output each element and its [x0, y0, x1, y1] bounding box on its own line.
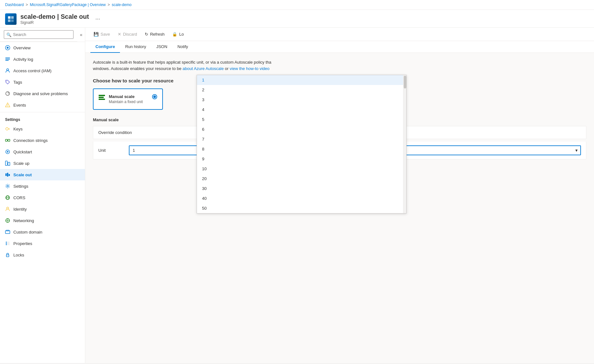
sidebar-label-overview: Overview	[13, 46, 31, 50]
dropdown-scrollbar[interactable]	[403, 75, 406, 213]
radio-dot	[153, 95, 156, 98]
tab-configure[interactable]: Configure	[90, 41, 120, 53]
svg-point-33	[7, 207, 9, 209]
sidebar-item-access-control[interactable]: Access control (IAM)	[0, 65, 85, 76]
sidebar-item-tags[interactable]: Tags	[0, 76, 85, 88]
tab-run-history[interactable]: Run history	[120, 41, 151, 53]
svg-rect-8	[5, 60, 9, 61]
lock-button[interactable]: 🔒 Lo	[169, 30, 187, 38]
sidebar-label-cors: CORS	[13, 195, 25, 200]
dropdown-item-50[interactable]: 50	[197, 203, 403, 213]
manual-scale-subtitle: Maintain a fixed unit	[109, 100, 143, 104]
app-layout: 🔍 « Overview Activity log Access control…	[0, 28, 594, 363]
sidebar-label-access-control: Access control (IAM)	[13, 68, 52, 73]
scrollbar-thumb	[404, 76, 406, 88]
lock-icon: 🔒	[172, 32, 177, 37]
sidebar-item-identity[interactable]: Identity	[0, 203, 85, 215]
access-control-icon	[5, 68, 10, 73]
unit-dropdown-overlay: 1 2 3 4 5 6 7 8 9 10 20 30 40 50	[197, 75, 407, 214]
save-icon: 💾	[94, 32, 99, 37]
page-header: scale-demo | Scale out SignalR ···	[0, 10, 594, 28]
toolbar: 💾 Save ✕ Discard ↻ Refresh 🔒 Lo	[85, 28, 594, 41]
sidebar-item-scale-out[interactable]: Scale out	[0, 169, 85, 180]
svg-rect-1	[11, 16, 14, 19]
dropdown-item-5[interactable]: 5	[197, 115, 403, 124]
unit-label: Unit	[98, 148, 124, 153]
breadcrumb-dashboard[interactable]: Dashboard	[5, 3, 24, 7]
dropdown-item-40[interactable]: 40	[197, 193, 403, 203]
tags-icon	[5, 80, 10, 85]
dropdown-item-3[interactable]: 3	[197, 95, 403, 105]
breadcrumb-signalr[interactable]: Microsoft.SignalRGalleryPackage | Overvi…	[30, 3, 106, 7]
manual-scale-radio[interactable]	[152, 94, 157, 99]
sidebar-item-activity-log[interactable]: Activity log	[0, 53, 85, 65]
svg-text:?: ?	[7, 92, 9, 95]
settings-icon	[5, 184, 10, 189]
sidebar-item-locks[interactable]: Locks	[0, 249, 85, 261]
dropdown-item-2[interactable]: 2	[197, 85, 403, 95]
events-icon	[5, 102, 10, 108]
sidebar-item-networking[interactable]: Networking	[0, 215, 85, 226]
properties-icon	[5, 241, 10, 246]
autoscale-link[interactable]: about Azure Autoscale	[183, 66, 224, 71]
svg-rect-26	[5, 173, 7, 176]
dropdown-item-1[interactable]: 1	[197, 75, 403, 85]
dropdown-item-7[interactable]: 7	[197, 134, 403, 144]
dropdown-item-9[interactable]: 9	[197, 154, 403, 164]
sidebar-collapse-button[interactable]: «	[77, 30, 85, 40]
svg-point-5	[7, 47, 9, 49]
page-title-block: scale-demo | Scale out SignalR	[20, 13, 89, 25]
tab-json[interactable]: JSON	[151, 41, 172, 53]
sidebar-item-keys[interactable]: Keys	[0, 123, 85, 135]
breadcrumb: Dashboard > Microsoft.SignalRGalleryPack…	[0, 0, 594, 10]
dropdown-item-30[interactable]: 30	[197, 184, 403, 193]
custom-domain-icon	[5, 229, 10, 234]
sidebar-label-scale-out: Scale out	[13, 172, 32, 177]
sidebar-item-custom-domain[interactable]: Custom domain	[0, 226, 85, 238]
sidebar-divider	[0, 112, 85, 112]
sidebar-item-events[interactable]: Events	[0, 99, 85, 111]
sidebar-item-overview[interactable]: Overview	[0, 42, 85, 53]
activity-log-icon	[5, 57, 10, 62]
sidebar-item-settings[interactable]: Settings	[0, 180, 85, 192]
svg-rect-19	[5, 139, 7, 141]
dropdown-item-8[interactable]: 8	[197, 144, 403, 154]
more-options-button[interactable]: ···	[95, 16, 100, 22]
dropdown-item-6[interactable]: 6	[197, 124, 403, 134]
sidebar-item-cors[interactable]: CORS	[0, 192, 85, 203]
svg-point-29	[7, 186, 9, 187]
search-input[interactable]	[4, 30, 73, 39]
sidebar-label-locks: Locks	[13, 253, 24, 257]
scale-up-icon	[5, 161, 10, 166]
save-button[interactable]: 💾 Save	[90, 30, 113, 38]
manual-scale-title: Manual scale	[109, 94, 143, 99]
tab-notify[interactable]: Notify	[172, 41, 193, 53]
sidebar-item-diagnose[interactable]: ? Diagnose and solve problems	[0, 88, 85, 99]
dropdown-list: 1 2 3 4 5 6 7 8 9 10 20 30 40 50	[197, 75, 403, 213]
howto-link[interactable]: view the how-to video	[230, 66, 269, 71]
sidebar-label-connection-strings: Connection strings	[13, 138, 48, 143]
dropdown-item-10[interactable]: 10	[197, 164, 403, 174]
sidebar-item-quickstart[interactable]: Quickstart	[0, 146, 85, 158]
breadcrumb-scale-demo[interactable]: scale-demo	[112, 3, 131, 7]
svg-rect-25	[8, 162, 10, 165]
sidebar-search-area: 🔍	[0, 28, 77, 42]
scale-out-icon	[5, 172, 10, 177]
svg-rect-7	[5, 59, 10, 60]
dropdown-item-20[interactable]: 20	[197, 174, 403, 184]
cors-icon	[5, 195, 10, 200]
sidebar-label-quickstart: Quickstart	[13, 150, 32, 154]
dropdown-item-4[interactable]: 4	[197, 105, 403, 115]
discard-button[interactable]: ✕ Discard	[115, 30, 140, 38]
sidebar: 🔍 « Overview Activity log Access control…	[0, 28, 85, 363]
locks-icon	[5, 252, 10, 257]
page-subtitle: SignalR	[20, 20, 89, 25]
refresh-button[interactable]: ↻ Refresh	[142, 30, 168, 38]
sidebar-label-networking: Networking	[13, 218, 34, 223]
tabs: Configure Run history JSON Notify	[85, 41, 594, 53]
manual-scale-card[interactable]: Manual scale Maintain a fixed unit	[93, 88, 163, 110]
sidebar-item-properties[interactable]: Properties	[0, 238, 85, 249]
sidebar-item-connection-strings[interactable]: Connection strings	[0, 135, 85, 146]
sidebar-item-scale-up[interactable]: Scale up	[0, 158, 85, 169]
sidebar-label-custom-domain: Custom domain	[13, 230, 42, 234]
